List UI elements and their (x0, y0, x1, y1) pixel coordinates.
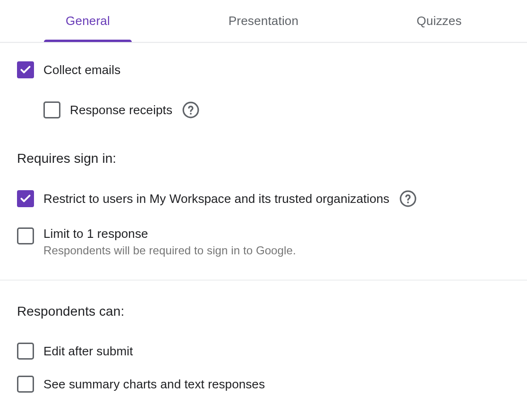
checkbox-see-summary[interactable] (17, 376, 34, 393)
sublabel-limit-response: Respondents will be required to sign in … (43, 244, 296, 257)
svg-point-1 (190, 113, 192, 115)
label-see-summary: See summary charts and text responses (43, 377, 265, 392)
option-response-receipts: Response receipts (43, 101, 510, 119)
label-edit-after-submit: Edit after submit (43, 344, 133, 359)
settings-content: Collect emails Response receipts Require… (0, 42, 527, 393)
heading-requires-sign-in: Requires sign in: (17, 151, 510, 166)
tabs-bar: General Presentation Quizzes (0, 0, 527, 42)
option-edit-after-submit: Edit after submit (17, 343, 510, 360)
checkbox-limit-response[interactable] (17, 227, 34, 244)
svg-point-3 (407, 202, 409, 203)
option-restrict-users: Restrict to users in My Workspace and it… (17, 190, 510, 208)
label-response-receipts: Response receipts (70, 103, 172, 118)
tab-quizzes[interactable]: Quizzes (351, 0, 527, 42)
checkbox-edit-after-submit[interactable] (17, 343, 34, 360)
label-restrict-users: Restrict to users in My Workspace and it… (43, 192, 390, 206)
tab-presentation[interactable]: Presentation (176, 0, 351, 42)
checkbox-response-receipts[interactable] (43, 101, 60, 118)
label-limit-response: Limit to 1 response (43, 227, 296, 241)
heading-respondents-can: Respondents can: (17, 304, 510, 319)
option-see-summary: See summary charts and text responses (17, 376, 510, 393)
help-icon[interactable] (399, 190, 417, 208)
option-limit-response: Limit to 1 response Respondents will be … (17, 227, 510, 257)
checkbox-collect-emails[interactable] (17, 61, 34, 78)
tab-general[interactable]: General (0, 0, 176, 42)
help-icon[interactable] (182, 101, 200, 119)
checkbox-restrict-users[interactable] (17, 190, 34, 207)
option-collect-emails: Collect emails (17, 61, 510, 78)
label-collect-emails: Collect emails (43, 63, 120, 77)
